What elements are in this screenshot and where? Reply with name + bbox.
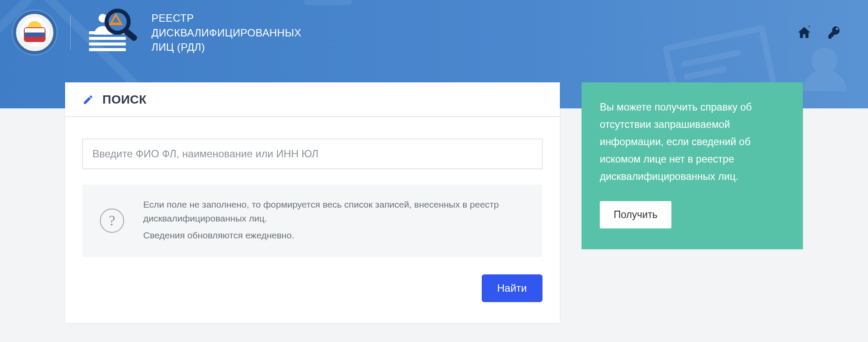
search-input[interactable] — [82, 139, 542, 169]
key-icon[interactable] — [827, 25, 842, 40]
certificate-text: Вы можете получить справку об отсутствии… — [600, 99, 785, 186]
hint-line: Сведения обновляются ежедневно. — [143, 228, 527, 242]
search-hint: ? Если поле не заполнено, то формируется… — [82, 185, 542, 257]
pencil-icon — [82, 94, 94, 105]
search-panel-header: ПОИСК — [65, 82, 560, 117]
certificate-panel: Вы можете получить справку об отсутствии… — [582, 82, 803, 249]
search-panel: ПОИСК ? Если поле не заполнено, то форми… — [65, 82, 560, 323]
search-submit-button[interactable]: Найти — [482, 274, 542, 302]
fns-emblem-icon[interactable] — [13, 11, 56, 54]
search-panel-title: ПОИСК — [102, 93, 147, 107]
app-title: РЕЕСТР ДИСКВАЛИФИЦИРОВАННЫХ ЛИЦ (РДЛ) — [151, 11, 301, 55]
question-icon: ? — [100, 208, 124, 233]
hint-line: Если поле не заполнено, то формируется в… — [143, 198, 527, 225]
get-certificate-button[interactable]: Получить — [600, 201, 671, 228]
service-logo-icon[interactable] — [85, 13, 132, 52]
divider — [70, 15, 71, 50]
home-icon[interactable] — [797, 25, 812, 40]
header-actions — [797, 25, 846, 40]
